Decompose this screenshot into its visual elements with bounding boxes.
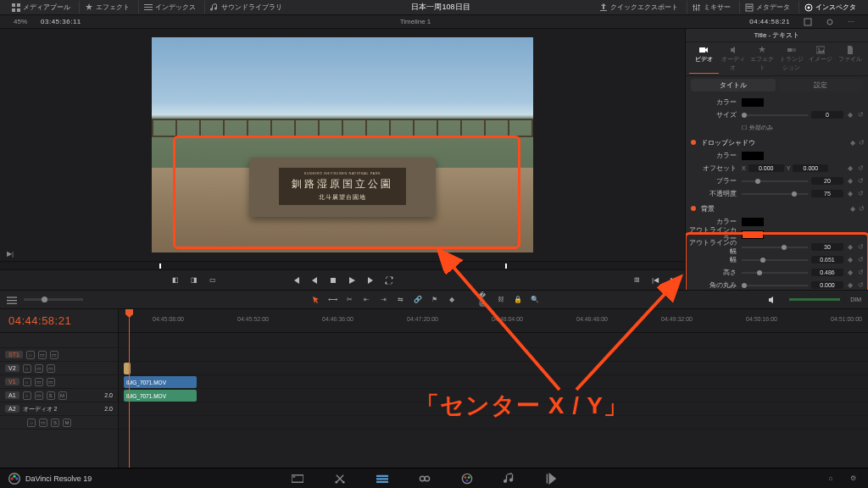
track-v2[interactable]: V2○▭▭	[0, 362, 118, 375]
timeline-timecode[interactable]: 04:44:58:21	[0, 309, 118, 333]
track-a2-controls[interactable]: ○▭SM	[0, 416, 118, 430]
inspector-icon	[804, 3, 813, 12]
dropshadow-offset[interactable]: オフセットX0.000Y0.000◆↺	[689, 162, 865, 175]
mixer-tab[interactable]: ミキサー	[687, 1, 736, 14]
clip-icon[interactable]: ▭	[207, 274, 219, 286]
prev-frame-button[interactable]	[309, 274, 320, 286]
subtab-title[interactable]: タイトル	[691, 79, 776, 92]
viewer-canvas[interactable]: KUSHIRO SHITSUGEN NATIONAL PARK 釧路湿原国立公園…	[152, 37, 533, 252]
track-a2[interactable]: A2オーディオ 22.0	[0, 402, 118, 416]
audio-clip[interactable]: IMG_7071.MOV	[124, 390, 197, 402]
page-deliver-icon[interactable]	[545, 472, 559, 485]
goto-prev-icon[interactable]: |◀	[649, 274, 661, 286]
page-fusion-icon[interactable]	[418, 472, 431, 485]
quick-export-button[interactable]: クイックエクスポート	[594, 1, 683, 14]
settings-gear-icon[interactable]: ⚙	[846, 472, 860, 485]
flag-icon[interactable]: ⚑	[430, 295, 440, 305]
sound-library-tab[interactable]: サウンドライブラリ	[204, 1, 287, 14]
inspector-tab-video[interactable]: ビデオ	[689, 44, 719, 74]
media-pool-tab[interactable]: メディアプール	[7, 1, 75, 14]
section-background[interactable]: 背景◆↺	[689, 202, 865, 215]
chain-icon[interactable]: ⛓	[496, 295, 506, 305]
timeline-name[interactable]: Timeline 1	[393, 18, 438, 25]
bg-outline-width[interactable]: アウトラインの幅30◆↺	[689, 241, 865, 253]
mark-in-icon[interactable]: ◧	[170, 274, 181, 286]
viewer-scrubber[interactable]	[0, 261, 685, 269]
blade-tool-icon[interactable]: ✂	[345, 295, 355, 305]
prev-edit-icon[interactable]: ▶|	[7, 250, 14, 258]
dim-label[interactable]: DIM	[850, 297, 861, 302]
overwrite-icon[interactable]: ⇥	[379, 295, 389, 305]
inspector-tab-audio[interactable]: オーディオ	[719, 44, 748, 74]
svg-point-44	[468, 476, 470, 479]
goto-next-icon[interactable]: ▶|	[668, 274, 680, 286]
bypass-icon[interactable]	[819, 18, 841, 26]
bg-width[interactable]: 幅0.651◆↺	[689, 253, 865, 266]
mark-out-icon[interactable]: ◨	[188, 274, 200, 286]
svg-point-17	[808, 6, 810, 8]
stop-button[interactable]	[327, 274, 339, 286]
viewer-options-icon[interactable]	[797, 18, 819, 26]
viewer-info-bar: 45% 03:45:36:11 Timeline 1 04:44:58:21 ⋯	[0, 15, 868, 29]
inspector-tab-effects[interactable]: エフェクト	[748, 44, 777, 74]
timeline-ruler[interactable]: 04:45:08:00 04:45:52:00 04:46:36:00 04:4…	[119, 309, 868, 333]
page-edit-icon[interactable]	[376, 472, 389, 485]
inspector-tab-transition[interactable]: トランジション	[777, 44, 807, 74]
page-color-icon[interactable]	[460, 472, 474, 485]
index-tab[interactable]: インデックス	[138, 1, 201, 14]
position-lock-icon[interactable]: 🔒	[513, 295, 523, 305]
inspector-tab[interactable]: インスペクタ	[798, 1, 861, 14]
page-media-icon[interactable]	[291, 472, 304, 485]
next-frame-button[interactable]	[364, 274, 376, 286]
search-icon[interactable]: 🔍	[530, 295, 540, 305]
loop-button[interactable]	[383, 274, 395, 286]
track-st1[interactable]: ST1○▭▭	[0, 348, 118, 362]
video-clip[interactable]: IMG_7071.MOV	[124, 376, 197, 388]
bg-color-swatch[interactable]	[742, 218, 764, 226]
size-control[interactable]: サイズ0◆↺	[689, 108, 865, 121]
selection-tool-icon[interactable]	[311, 295, 321, 305]
bg-height[interactable]: 高さ0.486◆↺	[689, 266, 865, 279]
bg-corner[interactable]: 角の丸み0.000◆↺	[689, 279, 865, 290]
track-v1[interactable]: V1○▭▭	[0, 375, 118, 389]
inspector-tab-image[interactable]: イメージ	[806, 44, 836, 74]
link-icon[interactable]: 🔗	[413, 295, 423, 305]
page-cut-icon[interactable]	[333, 472, 347, 485]
app-logo[interactable]: DaVinci Resolve 19	[8, 473, 92, 485]
first-frame-button[interactable]	[290, 274, 302, 286]
page-navigation-bar: DaVinci Resolve 19 ⌂ ⚙	[0, 468, 868, 488]
effects-tab[interactable]: エフェクト	[79, 1, 135, 14]
home-icon[interactable]: ⌂	[824, 472, 837, 485]
more-icon[interactable]: ⋯	[841, 18, 861, 25]
dropshadow-color-swatch[interactable]	[742, 152, 764, 160]
speaker-icon[interactable]	[767, 295, 777, 305]
inspector-tab-file[interactable]: ファイル	[836, 44, 865, 74]
subtab-settings[interactable]: 設定	[779, 79, 864, 92]
file-icon	[846, 46, 854, 54]
section-drop-shadow[interactable]: ドロップシャドウ◆↺	[689, 136, 865, 149]
dropshadow-blur[interactable]: ブラー20◆↺	[689, 175, 865, 187]
timeline-tracks[interactable]: 04:45:08:00 04:45:52:00 04:46:36:00 04:4…	[119, 309, 868, 468]
reset-icon[interactable]: ↺	[856, 111, 865, 119]
play-button[interactable]	[346, 274, 358, 286]
dropshadow-opacity[interactable]: 不透明度75◆↺	[689, 187, 865, 200]
zoom-level[interactable]: 45%	[7, 18, 34, 25]
marker-icon[interactable]: ◆	[447, 295, 457, 305]
trim-tool-icon[interactable]: ⟷	[328, 295, 338, 305]
bg-outline-color-swatch[interactable]	[742, 230, 764, 239]
timeline-zoom-slider[interactable]	[24, 298, 83, 301]
timeline-view-icon[interactable]	[7, 295, 17, 305]
snap-icon[interactable]: �磁	[479, 295, 489, 305]
track-a1[interactable]: A1○▭SM2.0	[0, 389, 118, 402]
playhead[interactable]	[129, 309, 130, 468]
volume-slider[interactable]	[789, 298, 840, 301]
stroke-color-swatch[interactable]	[742, 98, 764, 107]
music-icon	[210, 3, 219, 12]
replace-icon[interactable]: ⇆	[396, 295, 406, 305]
media-pool-icon	[12, 3, 20, 12]
match-frame-icon[interactable]: ⊞	[631, 274, 643, 286]
metadata-tab[interactable]: メタデータ	[739, 1, 795, 14]
insert-icon[interactable]: ⇤	[362, 295, 372, 305]
keyframe-diamond-icon[interactable]: ◆	[846, 111, 854, 119]
page-fairlight-icon[interactable]	[503, 472, 516, 485]
